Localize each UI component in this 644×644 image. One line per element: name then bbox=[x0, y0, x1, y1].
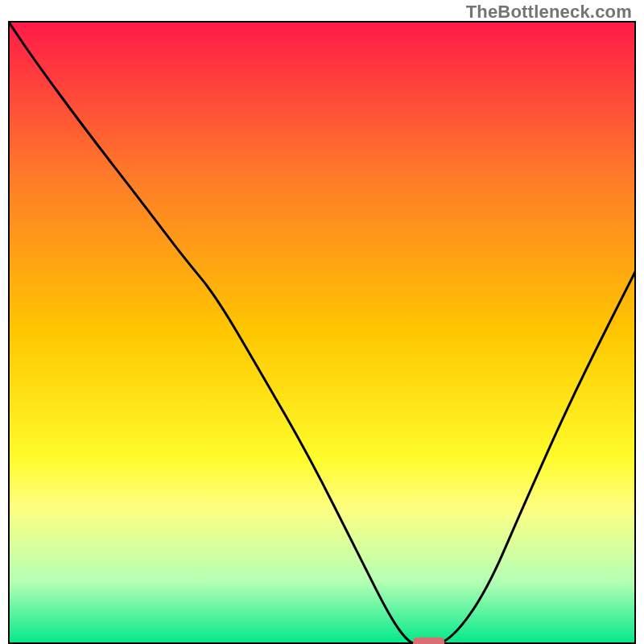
optimal-marker bbox=[413, 638, 444, 644]
bottleneck-chart bbox=[8, 21, 636, 644]
plot-background bbox=[8, 21, 636, 644]
chart-container: TheBottleneck.com bbox=[0, 0, 644, 644]
watermark-text: TheBottleneck.com bbox=[466, 2, 632, 23]
